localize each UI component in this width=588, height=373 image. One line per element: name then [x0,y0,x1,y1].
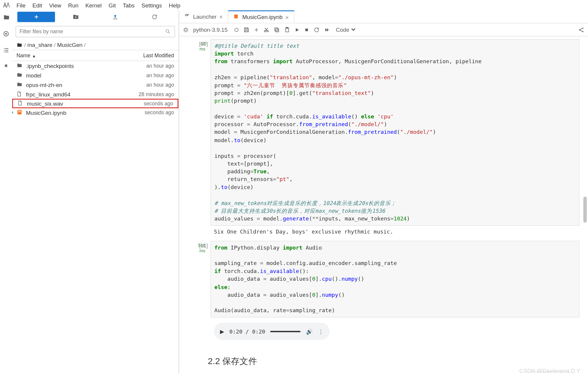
menubar: FileEditViewRunKernelGitTabsSettingsHelp [0,0,588,10]
volume-icon[interactable]: 🔊 [306,328,313,334]
close-icon[interactable]: × [219,13,223,20]
file-name: opus-mt-zh-en [26,82,147,88]
markdown-heading: 2.2 保存文件 [208,355,584,367]
menu-file[interactable]: File [13,0,29,10]
close-icon[interactable]: × [285,14,289,20]
file-icon [17,100,24,107]
file-browser-toolbar [12,10,178,23]
kernel-settings-icon[interactable] [183,27,189,33]
file-name: MusicGen.ipynb [26,109,145,116]
tab-label: Launcher [193,13,217,20]
file-row[interactable]: modelan hour ago [12,71,178,80]
svg-point-8 [234,28,238,31]
notebook-toolbar: python-3.9.15 Code [179,23,588,36]
svg-point-2 [166,29,169,32]
file-list-header[interactable]: Name▲ Last Modified [12,50,178,61]
svg-rect-11 [275,29,278,32]
menu-help[interactable]: Help [165,0,184,10]
audio-time: 0:20 / 0:20 [229,328,265,334]
breadcrumb-part: / [24,42,26,48]
tab-musicgen-ipynb[interactable]: MusicGen.ipynb× [228,10,294,23]
file-modified: an hour ago [146,72,174,78]
filebrowser-tab-icon[interactable] [2,13,10,22]
activity-bar [0,10,12,373]
file-row[interactable]: MusicGen.ipynbseconds ago [12,108,178,117]
cell-content: from IPython.display import Audio sampli… [210,241,579,345]
file-filter-input[interactable] [16,26,175,37]
toc-tab-icon[interactable] [2,46,10,55]
breadcrumb-part: / [84,42,85,48]
restart-button[interactable] [313,27,319,33]
search-icon [165,28,171,35]
header-name[interactable]: Name [16,53,30,58]
run-button[interactable] [294,27,299,32]
new-launcher-button[interactable] [17,12,55,22]
cell-type-select[interactable]: Code [334,26,357,34]
audio-player[interactable]: ▶0:20 / 0:20🔊⋮ [214,323,330,340]
svg-point-1 [5,33,7,35]
menu-kernel[interactable]: Kernel [82,0,105,10]
jupyter-logo-icon [3,2,9,9]
menu-run[interactable]: Run [65,0,82,10]
menu-edit[interactable]: Edit [29,0,46,10]
upload-button[interactable] [96,12,134,22]
svg-rect-6 [234,15,238,18]
breadcrumb-part: / [54,42,56,48]
paste-button[interactable] [284,27,290,33]
cell-output-text: Six One Children's Day, boys' exclusive … [210,226,579,237]
restart-run-all-button[interactable] [324,27,330,32]
svg-rect-5 [18,111,21,112]
menu-view[interactable]: View [46,0,65,10]
folder-icon [16,42,22,47]
interrupt-button[interactable] [304,27,309,32]
kernel-name[interactable]: python-3.9.15 [193,26,228,33]
play-icon[interactable]: ▶ [220,327,224,335]
code-input[interactable]: #@title Default title text import torch … [210,39,579,226]
copy-button[interactable] [273,27,279,33]
audio-track[interactable] [270,331,301,332]
tab-launcher[interactable]: Launcher× [179,10,228,23]
tab-bar: Launcher×MusicGen.ipynb× [179,10,588,23]
notebook-body[interactable]: 40ms[10]#@title Default title text impor… [179,36,588,373]
audio-menu-icon[interactable]: ⋮ [318,328,324,334]
menu-tabs[interactable]: Tabs [119,0,138,10]
svg-point-18 [582,31,584,32]
cut-button[interactable] [263,27,269,33]
svg-point-7 [185,28,187,31]
file-name: model [26,72,147,79]
code-cell[interactable]: 40ms[10]#@title Default title text impor… [179,38,588,240]
share-icon[interactable] [578,26,584,33]
file-row[interactable]: music_six.wavseconds ago [12,99,178,108]
notebook-icon [16,109,23,116]
menu-settings[interactable]: Settings [138,0,165,10]
header-modified[interactable]: Last Modified [143,53,174,58]
insert-cell-button[interactable] [253,27,259,32]
save-button[interactable] [243,27,249,33]
file-row[interactable]: .ipynb_checkpointsan hour ago [12,61,178,71]
main-area: Launcher×MusicGen.ipynb× python-3.9.15 C… [179,10,588,373]
cell-output-audio: ▶0:20 / 0:20🔊⋮ [210,317,579,345]
svg-point-16 [579,29,580,30]
launcher-icon [185,13,191,20]
new-folder-button[interactable] [57,12,94,22]
code-input[interactable]: from IPython.display import Audio sampli… [210,241,579,317]
running-tab-icon[interactable] [2,29,10,38]
svg-point-17 [582,27,584,28]
file-name: frpc_linux_amd64 [26,91,139,98]
svg-rect-12 [275,28,278,31]
code-cell[interactable]: 546ms[11]from IPython.display import Aud… [179,240,588,347]
file-name: music_six.wav [27,100,144,107]
menu-git[interactable]: Git [105,0,119,10]
breadcrumb-part[interactable]: ma_share [27,42,52,48]
markdown-cell[interactable]: 2.2 保存文件 [179,348,588,372]
file-name: .ipynb_checkpoints [26,63,147,69]
extensions-tab-icon[interactable] [2,62,10,71]
breadcrumb[interactable]: / ma_share / MusicGen / [12,40,178,50]
refresh-button[interactable] [136,12,173,22]
sort-caret-icon: ▲ [32,54,36,58]
file-modified: seconds ago [145,109,174,115]
file-row[interactable]: frpc_linux_amd6428 minutes ago [12,90,178,99]
cell-prompt: [11] [199,241,210,345]
breadcrumb-part[interactable]: MusicGen [57,42,82,48]
file-row[interactable]: opus-mt-zh-enan hour ago [12,80,178,90]
